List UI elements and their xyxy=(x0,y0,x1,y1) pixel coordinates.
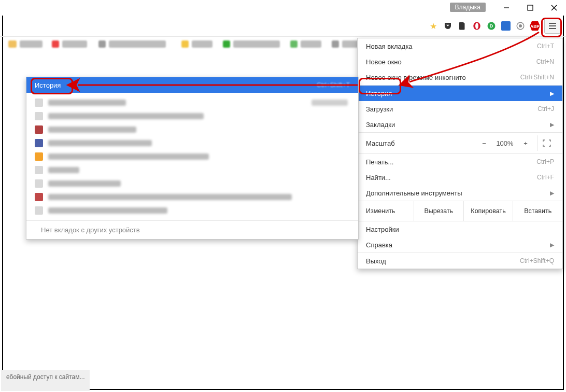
svg-rect-8 xyxy=(501,21,511,31)
history-item[interactable] xyxy=(26,109,358,123)
menu-item-bookmarks[interactable]: Закладки ▶ xyxy=(358,117,562,132)
adblock-icon[interactable]: ABP xyxy=(530,21,540,31)
green-d-icon[interactable]: D xyxy=(486,21,497,31)
zoom-out-button[interactable]: − xyxy=(476,135,492,151)
menu-edit-row: Изменить Вырезать Копировать Вставить xyxy=(358,201,562,221)
zoom-in-button[interactable]: + xyxy=(517,135,534,151)
menu-zoom-row: Масштаб − 100% + xyxy=(358,133,562,153)
chevron-right-icon: ▶ xyxy=(550,121,554,128)
menu-item-downloads[interactable]: Загрузки Ctrl+J xyxy=(358,101,562,117)
history-item[interactable] xyxy=(26,96,358,109)
status-bar: ебойный доступ к сайтам... xyxy=(1,370,90,391)
history-item[interactable] xyxy=(26,204,358,217)
menu-item-print[interactable]: Печать... Ctrl+P xyxy=(358,154,562,170)
menu-button[interactable] xyxy=(544,18,561,34)
evernote-icon[interactable] xyxy=(457,21,468,31)
history-item[interactable] xyxy=(26,150,358,163)
history-item[interactable] xyxy=(26,177,358,190)
star-icon[interactable]: ★ xyxy=(428,21,438,31)
edit-paste-button[interactable]: Вставить xyxy=(513,201,562,221)
profile-chip[interactable]: Владыка xyxy=(450,3,486,12)
menu-item-find[interactable]: Найти... Ctrl+F xyxy=(358,170,562,185)
svg-text:D: D xyxy=(490,23,493,29)
menu-item-new-tab[interactable]: Новая вкладка Ctrl+T xyxy=(358,38,562,54)
svg-point-10 xyxy=(519,24,522,27)
menu-item-help[interactable]: Справка ▶ xyxy=(358,237,562,253)
menu-item-tools[interactable]: Дополнительные инструменты ▶ xyxy=(358,185,562,201)
history-shortcut: Ctrl+Shift+T xyxy=(317,81,350,89)
window-minimize-button[interactable] xyxy=(494,0,518,16)
fullscreen-button[interactable] xyxy=(537,135,556,151)
edit-copy-button[interactable]: Копировать xyxy=(464,201,514,221)
history-submenu-header[interactable]: История Ctrl+Shift+T xyxy=(26,77,358,93)
opera-icon[interactable] xyxy=(472,21,482,31)
history-item[interactable] xyxy=(26,190,358,204)
chevron-right-icon: ▶ xyxy=(550,242,554,248)
edit-cut-button[interactable]: Вырезать xyxy=(414,201,464,221)
chevron-right-icon: ▶ xyxy=(550,190,554,197)
menu-label: Новая вкладка xyxy=(366,43,413,50)
history-item[interactable] xyxy=(26,123,358,136)
menu-item-settings[interactable]: Настройки xyxy=(358,221,562,237)
edit-label: Изменить xyxy=(358,201,414,221)
history-title: История xyxy=(35,81,61,89)
history-item[interactable] xyxy=(26,136,358,150)
history-submenu: История Ctrl+Shift+T Нет вкладок с други… xyxy=(26,77,359,240)
blue-square-icon[interactable] xyxy=(501,21,511,31)
pocket-icon[interactable] xyxy=(443,21,453,31)
history-footer: Нет вкладок с других устройств xyxy=(26,220,358,239)
svg-point-5 xyxy=(475,23,478,29)
browser-toolbar: ★ D ABP xyxy=(0,16,566,37)
main-menu: Новая вкладка Ctrl+T Новое окно Ctrl+N Н… xyxy=(357,38,563,269)
chevron-right-icon: ▶ xyxy=(550,90,554,97)
menu-item-new-window[interactable]: Новое окно Ctrl+N xyxy=(358,54,562,69)
menu-item-exit[interactable]: Выход Ctrl+Shift+Q xyxy=(358,253,562,269)
window-titlebar: Владыка xyxy=(0,0,566,16)
history-item[interactable] xyxy=(26,163,358,177)
window-maximize-button[interactable] xyxy=(518,0,542,16)
menu-shortcut: Ctrl+T xyxy=(537,43,554,50)
menu-item-incognito[interactable]: Новое окно в режиме инкогнито Ctrl+Shift… xyxy=(358,69,562,85)
svg-rect-1 xyxy=(528,5,533,10)
window-close-button[interactable] xyxy=(542,0,566,16)
svg-text:ABP: ABP xyxy=(530,24,540,29)
zoom-value: 100% xyxy=(492,135,517,151)
wot-icon[interactable] xyxy=(515,21,526,31)
menu-item-history[interactable]: История ▶ xyxy=(358,86,562,101)
